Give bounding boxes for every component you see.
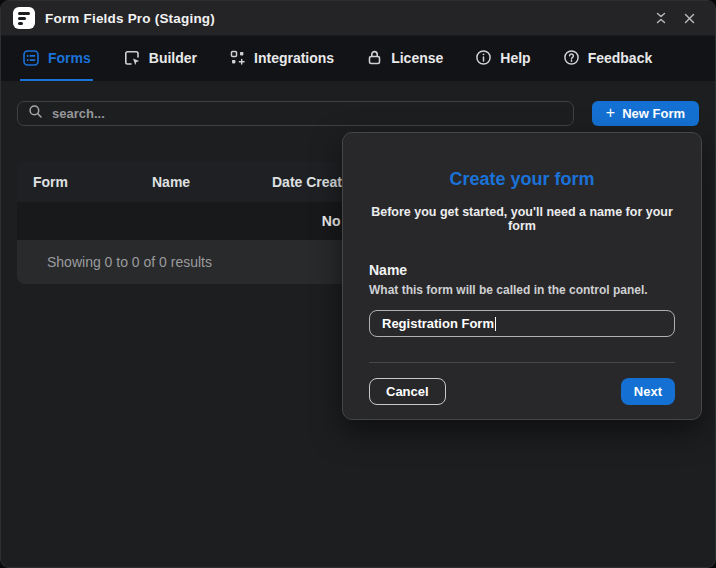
results-summary: Showing 0 to 0 of 0 results bbox=[47, 254, 212, 270]
nav-bar: Forms Builder Integrations bbox=[1, 36, 715, 81]
tab-license[interactable]: License bbox=[364, 36, 445, 81]
window-title: Form Fields Pro (Staging) bbox=[45, 11, 215, 26]
forms-icon bbox=[22, 49, 40, 67]
new-form-button[interactable]: + New Form bbox=[592, 101, 699, 126]
modal-subtitle: Before you get started, you'll need a na… bbox=[369, 205, 675, 233]
collapse-icon[interactable] bbox=[647, 6, 675, 30]
form-name-input[interactable]: Registration Form bbox=[369, 310, 675, 337]
tab-feedback[interactable]: Feedback bbox=[561, 36, 655, 81]
column-header-name: Name bbox=[152, 174, 272, 190]
tab-forms-label: Forms bbox=[48, 50, 91, 66]
tab-builder[interactable]: Builder bbox=[121, 36, 199, 81]
tab-integrations[interactable]: Integrations bbox=[227, 36, 336, 81]
tab-help[interactable]: Help bbox=[473, 36, 532, 81]
tab-license-label: License bbox=[391, 50, 443, 66]
search-box bbox=[17, 101, 574, 126]
search-icon bbox=[28, 104, 43, 123]
plus-icon: + bbox=[606, 105, 615, 121]
builder-cursor-icon bbox=[123, 49, 141, 67]
tab-builder-label: Builder bbox=[149, 50, 197, 66]
app-logo-icon bbox=[13, 7, 35, 29]
form-name-value: Registration Form bbox=[382, 316, 494, 331]
tab-feedback-label: Feedback bbox=[588, 50, 653, 66]
tab-help-label: Help bbox=[500, 50, 530, 66]
modal-actions: Cancel Next bbox=[369, 378, 675, 405]
cancel-button[interactable]: Cancel bbox=[369, 378, 446, 405]
tab-integrations-label: Integrations bbox=[254, 50, 334, 66]
name-field-description: What this form will be called in the con… bbox=[369, 283, 675, 297]
integrations-grid-icon bbox=[229, 49, 246, 66]
name-field-label: Name bbox=[369, 262, 675, 278]
feedback-question-icon bbox=[563, 49, 580, 66]
license-lock-icon bbox=[366, 49, 383, 66]
tab-forms[interactable]: Forms bbox=[20, 36, 93, 81]
toolbar: + New Form bbox=[1, 81, 715, 126]
new-form-button-label: New Form bbox=[622, 106, 685, 121]
app-window: Form Fields Pro (Staging) bbox=[0, 0, 716, 568]
modal-divider bbox=[369, 362, 675, 363]
modal-title: Create your form bbox=[369, 169, 675, 190]
search-input[interactable] bbox=[52, 106, 563, 121]
text-caret bbox=[495, 317, 497, 331]
create-form-modal: Create your form Before you get started,… bbox=[342, 132, 702, 420]
help-info-icon bbox=[475, 49, 492, 66]
column-header-form: Form bbox=[33, 174, 152, 190]
close-icon[interactable] bbox=[675, 6, 703, 30]
titlebar: Form Fields Pro (Staging) bbox=[1, 1, 715, 36]
next-button[interactable]: Next bbox=[621, 378, 675, 405]
